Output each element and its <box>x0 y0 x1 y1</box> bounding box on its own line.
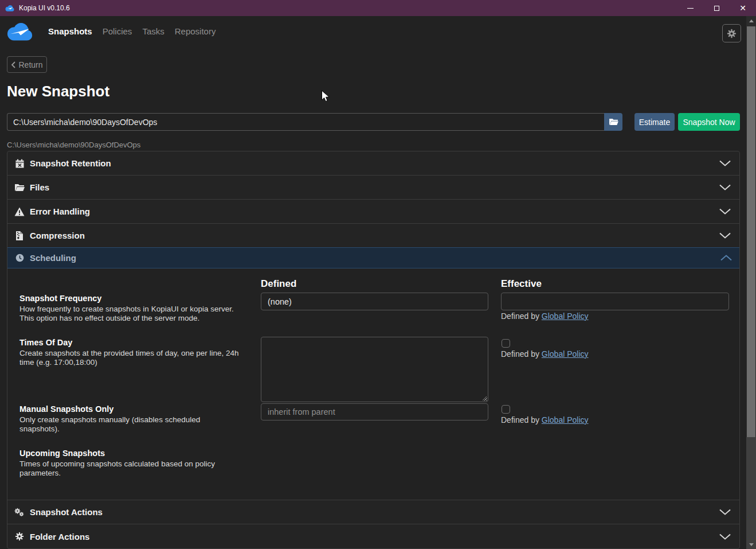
scrollbar-track <box>746 437 756 540</box>
snapshot-now-button[interactable]: Snapshot Now <box>678 113 740 131</box>
scroll-up-arrow[interactable] <box>746 16 756 25</box>
section-label: Folder Actions <box>30 532 89 542</box>
folder-icon <box>609 118 618 126</box>
path-echo-text: C:\Users\micha\demo\90DaysOfDevOps <box>7 141 140 149</box>
close-button[interactable]: ✕ <box>730 0 756 16</box>
gears-icon <box>14 508 25 517</box>
global-policy-link[interactable]: Global Policy <box>542 415 589 425</box>
folder-open-icon <box>14 184 25 192</box>
chevron-left-icon <box>11 61 15 68</box>
chevron-down-icon <box>719 534 731 540</box>
page-title: New Snapshot <box>7 83 109 100</box>
maximize-button[interactable] <box>703 0 730 16</box>
section-folder-actions[interactable]: Folder Actions <box>7 524 739 548</box>
effective-column-header: Effective <box>501 278 542 290</box>
snapshot-frequency-select[interactable]: (none) <box>261 293 488 310</box>
section-label: Snapshot Retention <box>30 158 111 168</box>
snapshot-frequency-effective-input[interactable] <box>501 293 729 310</box>
browse-folder-button[interactable] <box>604 113 622 131</box>
path-input-group <box>7 113 622 131</box>
triangle-down-icon <box>749 543 754 546</box>
chevron-down-icon <box>719 184 731 190</box>
defined-column-header: Defined <box>261 278 296 290</box>
kopia-logo-icon <box>7 21 34 41</box>
section-scheduling[interactable]: Scheduling <box>7 247 740 268</box>
manual-snapshots-label: Manual Snapshots Only <box>19 404 256 414</box>
upcoming-snapshots-label: Upcoming Snapshots <box>19 449 256 458</box>
section-label: Snapshot Actions <box>30 507 103 517</box>
mouse-cursor <box>321 90 330 103</box>
return-label: Return <box>18 60 42 69</box>
times-of-day-defined-by-note: Defined by Global Policy <box>501 349 589 359</box>
section-label: Error Handling <box>30 207 90 216</box>
app-header: Snapshots Policies Tasks Repository <box>7 21 216 41</box>
main-nav: Snapshots Policies Tasks Repository <box>48 26 216 36</box>
scheduling-panel: Defined Effective Snapshot Frequency How… <box>7 268 739 500</box>
times-of-day-label-block: Times Of Day Create snapshots at the pro… <box>19 338 256 367</box>
manual-snapshots-label-block: Manual Snapshots Only Only create snapsh… <box>19 404 256 433</box>
upcoming-snapshots-label-block: Upcoming Snapshots Times of upcoming sna… <box>19 449 256 477</box>
section-snapshot-retention[interactable]: Snapshot Retention <box>7 151 739 176</box>
nav-item-policies[interactable]: Policies <box>103 26 132 36</box>
defined-by-text: Defined by <box>501 349 542 359</box>
minimize-button[interactable] <box>677 0 703 16</box>
settings-button[interactable] <box>722 24 741 42</box>
chevron-down-icon <box>719 160 731 166</box>
snapshot-frequency-label-block: Snapshot Frequency How frequently to cre… <box>19 294 256 322</box>
times-of-day-label: Times Of Day <box>19 338 256 347</box>
nav-item-snapshots[interactable]: Snapshots <box>48 26 92 36</box>
return-button[interactable]: Return <box>7 56 47 73</box>
section-error-handling[interactable]: Error Handling <box>7 200 739 224</box>
maximize-icon <box>714 6 719 11</box>
chevron-up-icon <box>720 255 733 261</box>
section-label: Scheduling <box>30 253 76 263</box>
minimize-icon <box>687 8 694 9</box>
snapshot-frequency-label: Snapshot Frequency <box>19 294 256 303</box>
section-label: Compression <box>30 231 85 240</box>
nav-item-repository[interactable]: Repository <box>175 26 216 36</box>
manual-snapshots-description: Only create snapshots manually (disables… <box>19 415 221 433</box>
triangle-up-icon <box>749 20 754 22</box>
nav-item-tasks[interactable]: Tasks <box>142 26 164 36</box>
file-zipper-icon <box>14 231 25 240</box>
manual-snapshots-defined-by-note: Defined by Global Policy <box>501 415 589 425</box>
window-title: Kopia UI v0.10.6 <box>19 4 70 12</box>
gear-icon <box>727 29 737 38</box>
close-icon: ✕ <box>739 4 746 12</box>
window-titlebar: Kopia UI v0.10.6 ✕ <box>0 0 756 16</box>
times-of-day-effective-checkbox[interactable] <box>502 339 510 348</box>
scrollbar-thumb[interactable] <box>747 26 755 437</box>
manual-snapshots-effective-checkbox[interactable] <box>502 405 510 414</box>
upcoming-snapshots-description: Times of upcoming snapshots calculated b… <box>19 460 236 477</box>
global-policy-link[interactable]: Global Policy <box>542 349 589 359</box>
global-policy-link[interactable]: Global Policy <box>542 312 589 321</box>
defined-by-text: Defined by <box>501 312 542 321</box>
calendar-xmark-icon <box>14 159 25 168</box>
times-of-day-textarea[interactable] <box>261 337 488 402</box>
chevron-down-icon <box>719 208 731 215</box>
gear-icon <box>14 532 25 541</box>
warning-triangle-icon <box>14 207 25 216</box>
chevron-down-icon <box>719 509 731 515</box>
defined-by-text: Defined by <box>501 415 542 425</box>
times-of-day-description: Create snapshots at the provided times o… <box>19 349 242 367</box>
clock-icon <box>14 254 25 262</box>
estimate-button[interactable]: Estimate <box>634 113 675 131</box>
snapshot-path-input[interactable] <box>7 113 604 131</box>
manual-snapshots-select[interactable]: inherit from parent <box>261 403 488 420</box>
kopia-cloud-icon <box>5 5 15 11</box>
snapshot-frequency-description: How frequently to create snapshots in Ko… <box>19 305 242 322</box>
section-files[interactable]: Files <box>7 176 739 200</box>
scroll-down-arrow[interactable] <box>746 540 756 549</box>
policy-accordion: Snapshot Retention Files Error Handling <box>7 151 740 549</box>
section-compression[interactable]: Compression <box>7 224 739 248</box>
section-snapshot-actions[interactable]: Snapshot Actions <box>7 500 739 524</box>
frequency-defined-by-note: Defined by Global Policy <box>501 312 589 321</box>
section-label: Files <box>30 182 49 192</box>
chevron-down-icon <box>719 232 731 239</box>
vertical-scrollbar <box>746 16 756 549</box>
